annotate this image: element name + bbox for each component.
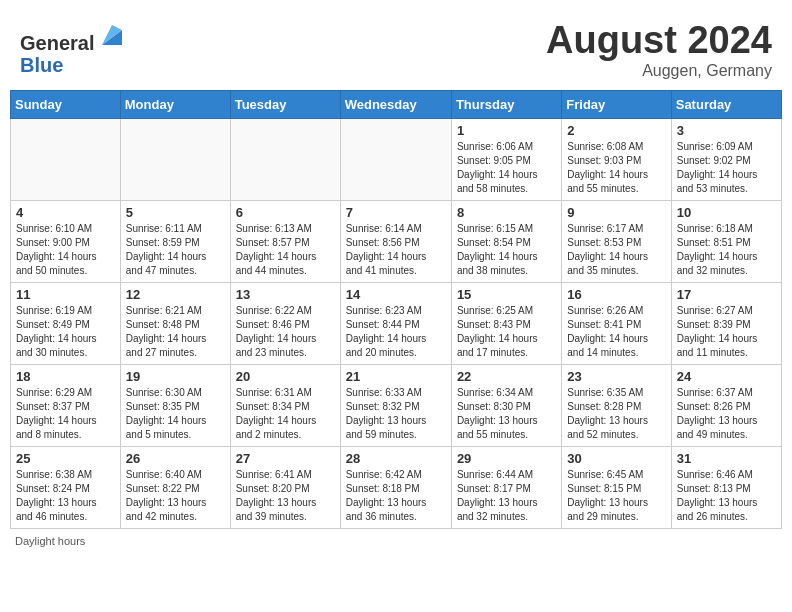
day-info: Sunrise: 6:08 AM Sunset: 9:03 PM Dayligh…: [567, 140, 665, 196]
day-number: 14: [346, 287, 446, 302]
day-number: 26: [126, 451, 225, 466]
calendar-week-5: 25Sunrise: 6:38 AM Sunset: 8:24 PM Dayli…: [11, 446, 782, 528]
calendar-week-3: 11Sunrise: 6:19 AM Sunset: 8:49 PM Dayli…: [11, 282, 782, 364]
logo: General Blue: [20, 20, 127, 76]
calendar-day-31: 31Sunrise: 6:46 AM Sunset: 8:13 PM Dayli…: [671, 446, 781, 528]
calendar-day-10: 10Sunrise: 6:18 AM Sunset: 8:51 PM Dayli…: [671, 200, 781, 282]
calendar-day-25: 25Sunrise: 6:38 AM Sunset: 8:24 PM Dayli…: [11, 446, 121, 528]
calendar-day-16: 16Sunrise: 6:26 AM Sunset: 8:41 PM Dayli…: [562, 282, 671, 364]
day-info: Sunrise: 6:46 AM Sunset: 8:13 PM Dayligh…: [677, 468, 776, 524]
day-number: 1: [457, 123, 556, 138]
calendar-day-21: 21Sunrise: 6:33 AM Sunset: 8:32 PM Dayli…: [340, 364, 451, 446]
day-info: Sunrise: 6:25 AM Sunset: 8:43 PM Dayligh…: [457, 304, 556, 360]
calendar-day-8: 8Sunrise: 6:15 AM Sunset: 8:54 PM Daylig…: [451, 200, 561, 282]
day-number: 15: [457, 287, 556, 302]
calendar-day-empty-0-0: [11, 118, 121, 200]
day-info: Sunrise: 6:44 AM Sunset: 8:17 PM Dayligh…: [457, 468, 556, 524]
calendar-day-empty-0-1: [120, 118, 230, 200]
weekday-header-monday: Monday: [120, 90, 230, 118]
calendar-day-7: 7Sunrise: 6:14 AM Sunset: 8:56 PM Daylig…: [340, 200, 451, 282]
day-info: Sunrise: 6:29 AM Sunset: 8:37 PM Dayligh…: [16, 386, 115, 442]
day-number: 28: [346, 451, 446, 466]
calendar-day-empty-0-3: [340, 118, 451, 200]
calendar-day-29: 29Sunrise: 6:44 AM Sunset: 8:17 PM Dayli…: [451, 446, 561, 528]
day-info: Sunrise: 6:06 AM Sunset: 9:05 PM Dayligh…: [457, 140, 556, 196]
day-number: 13: [236, 287, 335, 302]
day-info: Sunrise: 6:37 AM Sunset: 8:26 PM Dayligh…: [677, 386, 776, 442]
day-info: Sunrise: 6:14 AM Sunset: 8:56 PM Dayligh…: [346, 222, 446, 278]
calendar-day-22: 22Sunrise: 6:34 AM Sunset: 8:30 PM Dayli…: [451, 364, 561, 446]
day-number: 20: [236, 369, 335, 384]
calendar-week-4: 18Sunrise: 6:29 AM Sunset: 8:37 PM Dayli…: [11, 364, 782, 446]
weekday-header-saturday: Saturday: [671, 90, 781, 118]
weekday-header-wednesday: Wednesday: [340, 90, 451, 118]
day-info: Sunrise: 6:45 AM Sunset: 8:15 PM Dayligh…: [567, 468, 665, 524]
day-number: 19: [126, 369, 225, 384]
day-info: Sunrise: 6:21 AM Sunset: 8:48 PM Dayligh…: [126, 304, 225, 360]
day-number: 6: [236, 205, 335, 220]
day-info: Sunrise: 6:26 AM Sunset: 8:41 PM Dayligh…: [567, 304, 665, 360]
calendar-day-2: 2Sunrise: 6:08 AM Sunset: 9:03 PM Daylig…: [562, 118, 671, 200]
calendar-table: SundayMondayTuesdayWednesdayThursdayFrid…: [10, 90, 782, 529]
weekday-header-thursday: Thursday: [451, 90, 561, 118]
logo-icon: [97, 20, 127, 50]
day-number: 29: [457, 451, 556, 466]
day-info: Sunrise: 6:11 AM Sunset: 8:59 PM Dayligh…: [126, 222, 225, 278]
day-info: Sunrise: 6:09 AM Sunset: 9:02 PM Dayligh…: [677, 140, 776, 196]
logo-general: General: [20, 32, 94, 54]
day-number: 30: [567, 451, 665, 466]
calendar-day-4: 4Sunrise: 6:10 AM Sunset: 9:00 PM Daylig…: [11, 200, 121, 282]
calendar-day-12: 12Sunrise: 6:21 AM Sunset: 8:48 PM Dayli…: [120, 282, 230, 364]
calendar-day-20: 20Sunrise: 6:31 AM Sunset: 8:34 PM Dayli…: [230, 364, 340, 446]
day-number: 17: [677, 287, 776, 302]
day-info: Sunrise: 6:33 AM Sunset: 8:32 PM Dayligh…: [346, 386, 446, 442]
calendar-day-17: 17Sunrise: 6:27 AM Sunset: 8:39 PM Dayli…: [671, 282, 781, 364]
calendar-day-11: 11Sunrise: 6:19 AM Sunset: 8:49 PM Dayli…: [11, 282, 121, 364]
calendar-day-30: 30Sunrise: 6:45 AM Sunset: 8:15 PM Dayli…: [562, 446, 671, 528]
day-info: Sunrise: 6:13 AM Sunset: 8:57 PM Dayligh…: [236, 222, 335, 278]
calendar-day-15: 15Sunrise: 6:25 AM Sunset: 8:43 PM Dayli…: [451, 282, 561, 364]
calendar-day-24: 24Sunrise: 6:37 AM Sunset: 8:26 PM Dayli…: [671, 364, 781, 446]
calendar-day-26: 26Sunrise: 6:40 AM Sunset: 8:22 PM Dayli…: [120, 446, 230, 528]
day-info: Sunrise: 6:34 AM Sunset: 8:30 PM Dayligh…: [457, 386, 556, 442]
day-number: 18: [16, 369, 115, 384]
title-area: August 2024 Auggen, Germany: [546, 20, 772, 80]
day-number: 27: [236, 451, 335, 466]
day-info: Sunrise: 6:27 AM Sunset: 8:39 PM Dayligh…: [677, 304, 776, 360]
location-title: Auggen, Germany: [546, 62, 772, 80]
day-number: 9: [567, 205, 665, 220]
calendar-day-empty-0-2: [230, 118, 340, 200]
calendar-day-23: 23Sunrise: 6:35 AM Sunset: 8:28 PM Dayli…: [562, 364, 671, 446]
day-number: 22: [457, 369, 556, 384]
day-number: 3: [677, 123, 776, 138]
day-info: Sunrise: 6:38 AM Sunset: 8:24 PM Dayligh…: [16, 468, 115, 524]
day-number: 24: [677, 369, 776, 384]
weekday-header-row: SundayMondayTuesdayWednesdayThursdayFrid…: [11, 90, 782, 118]
calendar-week-1: 1Sunrise: 6:06 AM Sunset: 9:05 PM Daylig…: [11, 118, 782, 200]
calendar-day-27: 27Sunrise: 6:41 AM Sunset: 8:20 PM Dayli…: [230, 446, 340, 528]
calendar-day-9: 9Sunrise: 6:17 AM Sunset: 8:53 PM Daylig…: [562, 200, 671, 282]
day-number: 4: [16, 205, 115, 220]
calendar-day-18: 18Sunrise: 6:29 AM Sunset: 8:37 PM Dayli…: [11, 364, 121, 446]
day-number: 23: [567, 369, 665, 384]
day-number: 2: [567, 123, 665, 138]
day-info: Sunrise: 6:40 AM Sunset: 8:22 PM Dayligh…: [126, 468, 225, 524]
page-header: General Blue August 2024 Auggen, Germany: [10, 10, 782, 85]
day-number: 8: [457, 205, 556, 220]
day-number: 12: [126, 287, 225, 302]
day-number: 21: [346, 369, 446, 384]
weekday-header-tuesday: Tuesday: [230, 90, 340, 118]
calendar-day-5: 5Sunrise: 6:11 AM Sunset: 8:59 PM Daylig…: [120, 200, 230, 282]
day-number: 7: [346, 205, 446, 220]
footer-note: Daylight hours: [10, 535, 782, 547]
calendar-day-1: 1Sunrise: 6:06 AM Sunset: 9:05 PM Daylig…: [451, 118, 561, 200]
day-info: Sunrise: 6:41 AM Sunset: 8:20 PM Dayligh…: [236, 468, 335, 524]
day-info: Sunrise: 6:22 AM Sunset: 8:46 PM Dayligh…: [236, 304, 335, 360]
calendar-day-6: 6Sunrise: 6:13 AM Sunset: 8:57 PM Daylig…: [230, 200, 340, 282]
day-info: Sunrise: 6:17 AM Sunset: 8:53 PM Dayligh…: [567, 222, 665, 278]
day-number: 31: [677, 451, 776, 466]
day-number: 25: [16, 451, 115, 466]
calendar-day-14: 14Sunrise: 6:23 AM Sunset: 8:44 PM Dayli…: [340, 282, 451, 364]
day-number: 16: [567, 287, 665, 302]
day-number: 5: [126, 205, 225, 220]
